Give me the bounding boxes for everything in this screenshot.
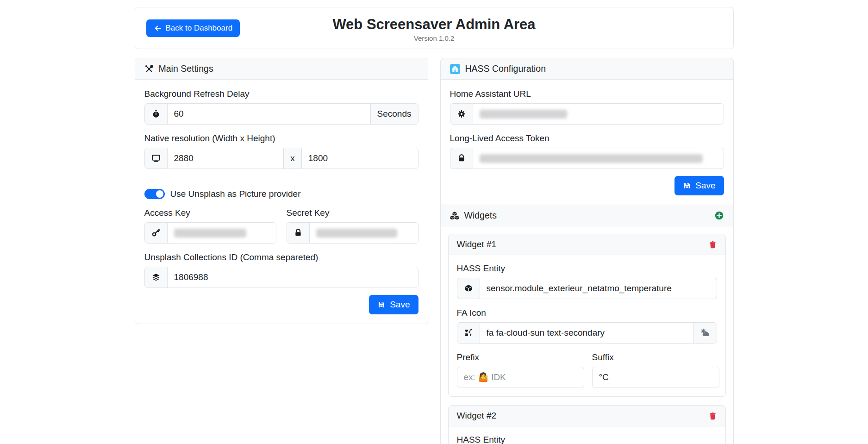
widgets-header: Widgets <box>441 205 733 226</box>
resolution-separator: x <box>283 148 302 169</box>
resolution-width-input[interactable] <box>167 148 284 169</box>
delete-widget-1-button[interactable] <box>708 240 717 249</box>
hass-config-header: HASS Configuration <box>441 58 733 80</box>
lock-icon <box>287 222 310 244</box>
widget-1-title: Widget #1 <box>457 239 497 250</box>
layer-group-icon <box>144 267 168 288</box>
collections-input[interactable] <box>167 267 418 288</box>
access-key-group <box>144 222 276 244</box>
add-widget-button[interactable] <box>714 211 724 220</box>
gear-icon <box>450 103 473 125</box>
hass-save-button[interactable]: Save <box>674 176 724 195</box>
lock-icon <box>450 148 473 169</box>
main-settings-card: Main Settings Background Refresh Delay <box>135 58 428 324</box>
widget-1-fa-icon-label: FA Icon <box>457 308 717 318</box>
back-button-label: Back to Dashboard <box>166 24 233 33</box>
cube-icon <box>457 278 480 299</box>
unsplash-toggle-label: Use Unsplash as Picture provider <box>170 189 301 199</box>
floppy-save-icon <box>377 300 386 309</box>
refresh-delay-group: Seconds <box>144 103 418 125</box>
ha-url-label: Home Assistant URL <box>450 89 724 99</box>
widget-1-prefix-label: Prefix <box>457 352 582 363</box>
circle-plus-icon <box>714 211 724 220</box>
widget-1-suffix-input[interactable] <box>592 367 719 388</box>
refresh-delay-unit: Seconds <box>370 103 418 125</box>
trash-icon <box>708 240 717 249</box>
stopwatch-icon <box>144 103 168 125</box>
ha-url-input[interactable] <box>473 103 724 125</box>
widget-1-entity-label: HASS Entity <box>457 263 717 274</box>
screwdriver-wrench-icon <box>144 64 154 74</box>
widget-1-entity-group <box>457 278 717 299</box>
widget-2-entity-label: HASS Entity <box>457 435 717 444</box>
ha-url-group <box>450 103 724 125</box>
widget-card-1: Widget #1 <box>448 234 726 397</box>
fa-icon-preview-button[interactable] <box>693 322 717 344</box>
secret-key-input[interactable] <box>309 222 418 244</box>
page-container: Back to Dashboard Web Screensaver Admin … <box>135 0 734 444</box>
widget-1-fa-icon-group <box>457 322 717 344</box>
widget-1-fa-icon-input[interactable] <box>480 322 693 344</box>
divider <box>144 179 418 179</box>
widget-1-entity-input[interactable] <box>480 278 717 299</box>
ha-token-label: Long-Lived Access Token <box>450 133 724 144</box>
refresh-delay-input[interactable] <box>167 103 371 125</box>
main-settings-save-button[interactable]: Save <box>369 295 418 314</box>
display-icon <box>144 148 168 169</box>
hass-widgets-card: HASS Configuration Home Assistant URL <box>440 58 734 444</box>
redacted-value <box>480 154 703 163</box>
access-key-label: Access Key <box>144 208 276 218</box>
icons-icon <box>457 322 480 344</box>
key-icon <box>144 222 168 244</box>
resolution-height-input[interactable] <box>301 148 418 169</box>
resolution-label: Native resolution (Width x Height) <box>144 133 418 144</box>
collections-group <box>144 267 418 288</box>
ha-token-input[interactable] <box>473 148 724 169</box>
floppy-save-icon <box>683 181 691 190</box>
hass-config-title: HASS Configuration <box>465 63 546 74</box>
resolution-group: x <box>144 148 418 169</box>
save-button-label: Save <box>695 181 715 191</box>
widget-card-2: Widget #2 <box>448 405 726 444</box>
header-card: Back to Dashboard Web Screensaver Admin … <box>135 7 734 49</box>
collections-label: Unsplash Collections ID (Comma separeted… <box>144 252 418 263</box>
secret-key-group <box>287 222 418 244</box>
unsplash-toggle[interactable] <box>144 189 165 199</box>
secret-key-label: Secret Key <box>287 208 418 218</box>
ha-token-group <box>450 148 724 169</box>
main-settings-title: Main Settings <box>159 63 213 74</box>
refresh-delay-label: Background Refresh Delay <box>144 89 418 99</box>
save-button-label: Save <box>390 300 410 310</box>
redacted-value <box>174 229 247 238</box>
widget-1-suffix-label: Suffix <box>592 352 717 363</box>
widget-1-prefix-input[interactable] <box>457 367 584 388</box>
redacted-value <box>480 110 568 119</box>
widget-2-title: Widget #2 <box>457 411 497 421</box>
access-key-input[interactable] <box>167 222 276 244</box>
main-settings-header: Main Settings <box>135 58 428 80</box>
cloud-sun-icon <box>700 328 710 338</box>
back-to-dashboard-button[interactable]: Back to Dashboard <box>146 19 240 37</box>
trash-icon <box>708 412 717 420</box>
home-assistant-icon <box>450 64 460 74</box>
arrow-left-icon <box>154 24 162 32</box>
redacted-value <box>316 229 397 238</box>
delete-widget-2-button[interactable] <box>708 412 717 420</box>
widgets-title: Widgets <box>464 210 497 221</box>
cubes-icon <box>450 211 459 220</box>
